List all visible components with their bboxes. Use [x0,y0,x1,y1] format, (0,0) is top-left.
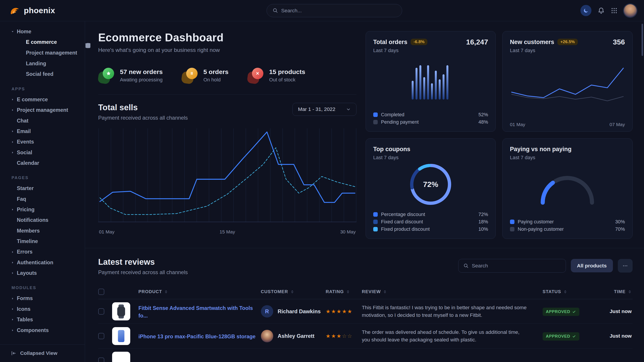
row-checkbox[interactable] [98,358,104,362]
review-text: This Fitbit is fantastic! I was trying t… [362,304,543,319]
sidebar-subitem[interactable]: Social feed [0,69,85,80]
scrollbar-thumb[interactable] [642,24,643,56]
legend-value: 70% [615,226,625,232]
all-products-button[interactable]: All products [571,259,613,272]
legend-label: Completed [381,112,475,118]
customer-cell [261,355,326,362]
sidebar-section: APPS E commerce [0,86,85,168]
top-coupons-chart-wrap: 72% [373,161,488,208]
notifications-button[interactable] [598,7,604,14]
legend-row: Fixed product discount 10% [373,226,488,233]
more-options-button[interactable] [618,259,632,273]
sidebar-item-home[interactable]: Home [0,26,85,37]
stat-icon [248,67,264,84]
brand[interactable]: phoenix [9,5,55,16]
sort-icon [563,290,567,294]
product-link[interactable]: Fitbit Sense Advanced Smartwatch with To… [138,305,253,319]
column-header-rating[interactable]: RATING [326,289,362,294]
sidebar-item-label: Starter [17,185,34,191]
reviews-header: Latest reviews Payment received across a… [98,257,632,276]
user-avatar[interactable] [624,4,636,17]
column-header-time[interactable]: TIME [597,289,632,294]
sidebar-item[interactable]: Notifications [0,215,85,225]
row-checkbox[interactable] [98,308,104,315]
sidebar-item[interactable]: Components [0,325,85,335]
grid-icon [611,7,618,14]
sidebar-item[interactable]: Faq [0,194,85,204]
sidebar-item[interactable]: Errors [0,247,85,257]
apps-grid-button[interactable] [611,7,618,14]
sidebar-item-label: Members [17,228,40,234]
global-search-input[interactable] [281,7,396,14]
card-title-block: Top coupons Last 7 days [373,145,410,161]
sidebar-item-label: Email [17,128,31,134]
sidebar-subitem-label: Landing [26,61,46,67]
sidebar-item[interactable]: E commerce [0,94,85,105]
sidebar-item[interactable]: Social [0,147,85,158]
reviews-controls: All products [458,259,632,273]
customer-name: Ashley Garrett [278,333,314,339]
sidebar-item[interactable]: Pricing [0,204,85,215]
sidebar-item[interactable]: Members [0,226,85,236]
column-label: STATUS [543,289,561,294]
column-header-status[interactable]: STATUS [543,289,597,294]
sidebar-item-label: Faq [17,196,26,202]
column-header-review[interactable]: REVIEW [362,289,543,294]
collapsed-view-label: Collapsed View [20,350,57,356]
sidebar-sections: APPS E commerce [0,86,85,336]
legend-row: Non-paying customer 70% [510,226,625,233]
sidebar-nav: Home E commerce Project management Landi… [0,21,85,335]
legend-label: Paying customer [518,219,612,225]
legend-row: Pending payment 48% [373,118,488,126]
column-label: TIME [614,289,626,294]
column-header-customer[interactable]: CUSTOMER [261,289,326,294]
column-header-product[interactable]: PRODUCT [138,289,261,294]
sidebar-item[interactable]: Tables [0,314,85,325]
sidebar-item[interactable]: Project management [0,105,85,115]
row-checkbox[interactable] [98,333,104,339]
sidebar-item[interactable]: Starter [0,183,85,194]
card-total-orders: Total orders-6.8% Last 7 days 16,247 Com… [366,31,496,132]
sidebar-item[interactable]: Layouts [0,268,85,278]
sidebar-item[interactable]: Chat [0,115,85,126]
theme-toggle-button[interactable] [580,5,592,16]
status-label: APPROVED [546,334,570,339]
sidebar-item-label: Timeline [17,238,38,244]
date-range-select[interactable]: Mar 1 - 31, 2022 [292,103,356,116]
latest-reviews-section: Latest reviews Payment received across a… [85,248,644,362]
sidebar-item[interactable]: Events [0,137,85,147]
sidebar-section-items: Forms Icons [0,293,85,335]
collapsed-view-toggle[interactable]: Collapsed View [0,344,85,362]
sidebar-item[interactable]: Email [0,126,85,137]
reviews-search[interactable] [458,259,566,273]
sidebar-subitem[interactable]: E commerce [0,37,85,48]
reviews-search-input[interactable] [472,263,561,269]
check-icon [572,310,576,314]
legend-label: Fixed card discount [381,219,475,225]
sort-icon [164,290,168,294]
status-badge: APPROVED [543,332,579,341]
sidebar-item-label: Notifications [17,217,48,223]
customer-avatar: R [261,305,273,318]
sidebar-item[interactable]: Timeline [0,236,85,247]
global-search[interactable] [266,4,402,17]
total-sells-chart [98,126,357,228]
card-title-block: Total orders-6.8% Last 7 days [373,38,428,53]
sidebar-subitem[interactable]: Project management [0,48,85,58]
sidebar-item[interactable]: Authentication [0,257,85,268]
card-period: Last 7 days [373,48,428,53]
sidebar-item[interactable]: Forms [0,293,85,304]
legend-row: Paying customer 30% [510,218,625,225]
select-all-checkbox[interactable] [98,289,104,295]
product-link[interactable]: iPhone 13 pro max-Pacific Blue-128GB sto… [138,334,256,340]
gauge-chart-wrap [510,161,625,216]
sort-icon [290,290,294,294]
product-thumbnail-image [118,330,124,342]
sidebar-item[interactable]: Calendar [0,158,85,168]
sidebar-subitem[interactable]: Landing [0,58,85,69]
card-header: New customers+26.5% Last 7 days 356 [510,38,625,53]
legend-swatch [373,220,378,224]
x-label: 30 May [340,229,356,235]
brand-name: phoenix [24,6,55,15]
sidebar-item[interactable]: Icons [0,304,85,314]
